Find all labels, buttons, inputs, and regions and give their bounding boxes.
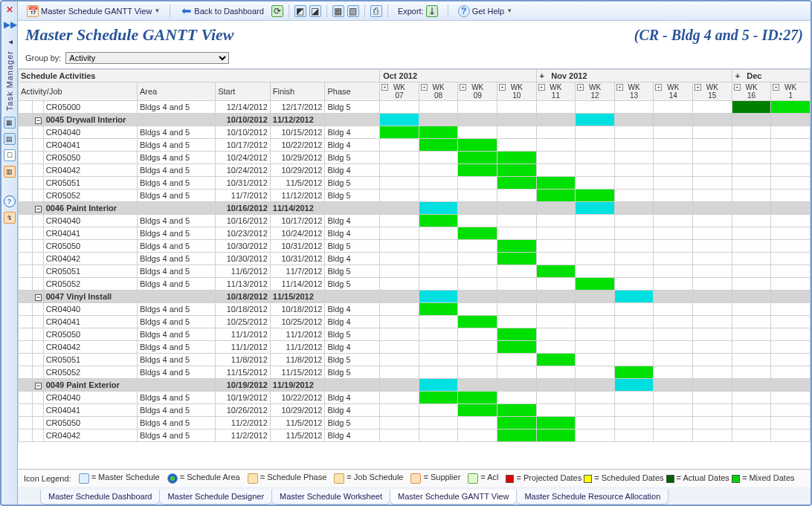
task-row[interactable]: CR04040Bldgs 4 and 510/10/201210/15/2012… — [19, 126, 811, 139]
week-header[interactable]: +WK15 — [693, 82, 732, 101]
back-button[interactable]: ⬅ Back to Dashboard — [175, 3, 268, 19]
gantt-cell — [419, 291, 458, 303]
task-row[interactable]: CR05052Bldgs 4 and 511/7/201211/12/2012B… — [19, 189, 811, 202]
task-row[interactable]: CR05050Bldgs 4 and 510/30/201210/31/2012… — [19, 240, 811, 253]
task-row[interactable]: CR05050Bldgs 4 and 510/24/201210/29/2012… — [19, 152, 811, 164]
gantt-cell — [536, 227, 576, 240]
col-phase[interactable]: Phase — [325, 82, 380, 101]
view-menu-button[interactable]: 📅 Master Schedule GANTT View ▼ — [22, 3, 164, 19]
task-row[interactable]: CR04041Bldgs 4 and 510/25/201210/25/2012… — [19, 316, 811, 328]
group-row[interactable]: −0049 Paint Exterior10/19/201211/19/2012 — [19, 379, 811, 392]
task-row[interactable]: CR05052Bldgs 4 and 511/15/201211/15/2012… — [19, 366, 811, 379]
task-row[interactable]: CR04042Bldgs 4 and 510/24/201210/29/2012… — [19, 164, 811, 177]
sidebar-icon-2[interactable]: ▤ — [4, 133, 16, 145]
collapse-icon[interactable]: − — [35, 294, 42, 301]
expand-week-icon[interactable]: + — [421, 84, 428, 91]
week-header[interactable]: +WK09 — [458, 82, 497, 101]
gantt-cell — [419, 303, 458, 316]
expand-week-icon[interactable]: + — [734, 84, 741, 91]
gantt-cell — [771, 429, 811, 442]
week-header[interactable]: +WK14 — [654, 82, 693, 101]
task-row[interactable]: CR04042Bldgs 4 and 511/1/201211/1/2012Bl… — [19, 341, 811, 354]
gantt-cell — [497, 328, 537, 341]
page-header: Master Schedule GANTT View (CR - Bldg 4 … — [18, 21, 811, 51]
sidebar-icon-3[interactable]: ☐ — [4, 149, 16, 161]
expand-month-icon[interactable]: + — [735, 71, 740, 80]
expand-month-icon[interactable]: + — [540, 71, 544, 80]
cell-area: Bldgs 4 and 5 — [137, 328, 215, 341]
expand-week-icon[interactable]: + — [695, 84, 701, 91]
task-row[interactable]: CR04042Bldgs 4 and 510/30/201210/31/2012… — [19, 253, 811, 265]
sheet-tab[interactable]: Master Schedule Resource Allocation — [516, 490, 668, 505]
week-header[interactable]: +WK07 — [380, 82, 419, 101]
cell-start: 10/30/2012 — [216, 253, 271, 265]
task-row[interactable]: CR04041Bldgs 4 and 510/17/201210/22/2012… — [19, 139, 811, 152]
task-row[interactable]: CR05051Bldgs 4 and 510/31/201211/5/2012B… — [19, 177, 811, 189]
collapse-icon[interactable]: − — [35, 117, 42, 124]
help-button[interactable]: ? Get Help ▼ — [454, 3, 517, 19]
week-header[interactable]: +WK10 — [497, 82, 537, 101]
expand-week-icon[interactable]: + — [655, 84, 662, 91]
sheet-tab[interactable]: Master Schedule Worksheet — [271, 490, 390, 505]
task-row[interactable]: CR04040Bldgs 4 and 510/18/201210/18/2012… — [19, 303, 811, 316]
expand-week-icon[interactable]: + — [538, 84, 545, 91]
tool-icon-3[interactable]: ▦ — [332, 5, 344, 17]
expand-icon[interactable]: ▶▶ — [4, 19, 16, 31]
gantt-cell — [536, 114, 576, 126]
task-row[interactable]: CR04040Bldgs 4 and 510/19/201210/22/2012… — [19, 392, 811, 404]
sidebar-icon-5[interactable]: ↯ — [4, 212, 16, 224]
expand-week-icon[interactable]: + — [773, 84, 779, 91]
col-start[interactable]: Start — [216, 82, 271, 101]
export-button[interactable]: Export: ⤓ — [393, 3, 442, 19]
refresh-icon[interactable]: ⟳ — [271, 5, 283, 17]
sidebar-icon-4[interactable]: ▥ — [4, 166, 16, 178]
task-row[interactable]: CR05050Bldgs 4 and 511/2/201211/5/2012Bl… — [19, 417, 811, 429]
tool-icon-2[interactable]: ◪ — [309, 5, 321, 17]
group-row[interactable]: −0047 Vinyl Install10/18/201211/15/2012 — [19, 291, 811, 303]
collapse-icon[interactable]: − — [35, 383, 42, 389]
sheet-tab[interactable]: Master Schedule Designer — [159, 490, 272, 505]
expand-week-icon[interactable]: + — [499, 84, 506, 91]
cell-area: Bldgs 4 and 5 — [137, 303, 215, 316]
expand-week-icon[interactable]: + — [577, 84, 584, 91]
groupby-select[interactable]: Activity — [65, 52, 229, 64]
col-activity[interactable]: Activity/Job — [19, 82, 138, 101]
expand-week-icon[interactable]: + — [616, 84, 623, 91]
task-row[interactable]: CR04040Bldgs 4 and 510/16/201210/17/2012… — [19, 215, 811, 227]
sidebar-icon-1[interactable]: ▦ — [4, 117, 16, 129]
cell-start: 11/2/2012 — [216, 417, 271, 429]
toolbar: 📅 Master Schedule GANTT View ▼ ⬅ Back to… — [18, 1, 811, 21]
expand-week-icon[interactable]: + — [460, 84, 466, 91]
col-finish[interactable]: Finish — [270, 82, 325, 101]
week-header[interactable]: +WK1 — [771, 82, 811, 101]
task-row[interactable]: CR05050Bldgs 4 and 511/1/201211/1/2012Bl… — [19, 328, 811, 341]
task-row[interactable]: CR04042Bldgs 4 and 511/2/201211/5/2012Bl… — [19, 429, 811, 442]
help-icon[interactable]: ? — [4, 195, 16, 207]
gantt-cell — [614, 417, 654, 429]
tool-icon-4[interactable]: ▧ — [347, 5, 359, 17]
gantt-cell — [497, 366, 537, 379]
task-row[interactable]: CR05000Bldgs 4 and 512/14/201212/17/2012… — [19, 101, 811, 114]
col-area[interactable]: Area — [137, 82, 215, 101]
task-row[interactable]: CR05051Bldgs 4 and 511/8/201211/8/2012Bl… — [19, 354, 811, 366]
close-icon[interactable]: ✕ — [4, 4, 16, 16]
task-row[interactable]: CR04041Bldgs 4 and 510/26/201210/29/2012… — [19, 404, 811, 417]
gantt-cell — [576, 316, 615, 328]
sheet-tab[interactable]: Master Schedule Dashboard — [40, 490, 160, 505]
task-row[interactable]: CR05051Bldgs 4 and 511/6/201211/7/2012Bl… — [19, 265, 811, 278]
sheet-tab[interactable]: Master Schedule GANTT View — [390, 490, 517, 505]
week-header[interactable]: +WK12 — [576, 82, 615, 101]
group-row[interactable]: −0045 Drywall Interior10/10/201211/12/20… — [19, 114, 811, 126]
collapse-icon[interactable]: − — [35, 206, 42, 213]
week-header[interactable]: +WK16 — [732, 82, 771, 101]
cell-phase: Bldg 4 — [325, 227, 380, 240]
task-row[interactable]: CR04041Bldgs 4 and 510/23/201210/24/2012… — [19, 227, 811, 240]
group-row[interactable]: −0046 Paint Interior10/16/201211/14/2012 — [19, 202, 811, 215]
print-icon[interactable]: ⎙ — [370, 5, 382, 17]
week-header[interactable]: +WK11 — [536, 82, 576, 101]
week-header[interactable]: +WK08 — [419, 82, 458, 101]
tool-icon-1[interactable]: ◩ — [294, 5, 306, 17]
task-row[interactable]: CR05052Bldgs 4 and 511/13/201211/14/2012… — [19, 278, 811, 291]
expand-week-icon[interactable]: + — [381, 84, 388, 91]
week-header[interactable]: +WK13 — [614, 82, 654, 101]
